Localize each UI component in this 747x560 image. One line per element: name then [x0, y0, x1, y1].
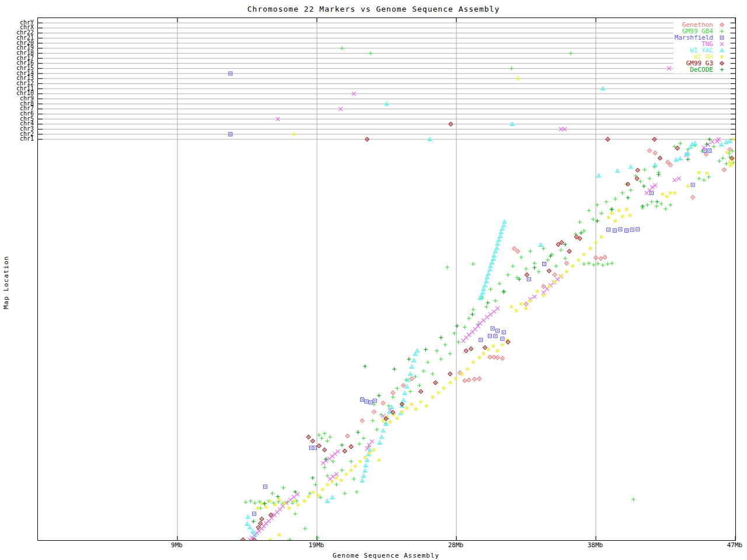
marker-star	[312, 490, 316, 494]
legend-star-icon	[715, 54, 728, 60]
marker-plus	[470, 313, 474, 317]
marker-plus	[613, 197, 617, 201]
marker-triangle	[251, 530, 255, 533]
marker-plus	[532, 261, 536, 265]
marker-triangle	[402, 398, 406, 402]
marker-star	[282, 502, 286, 506]
marker-plus	[546, 258, 550, 262]
marker-plus	[626, 196, 630, 200]
marker-triangle	[629, 165, 633, 169]
marker-triangle	[360, 479, 364, 482]
marker-plus	[610, 261, 614, 265]
marker-star	[277, 533, 281, 537]
marker-triangle	[483, 284, 487, 287]
marker-plus	[488, 287, 493, 291]
marker-plus	[668, 203, 672, 207]
marker-plus	[455, 324, 459, 328]
marker-star	[516, 76, 520, 80]
chart-legend: GenethonGM99 GB4MarshfieldTNGWI YACWI RH…	[673, 21, 729, 74]
marker-triangle	[693, 141, 697, 145]
marker-plus	[379, 413, 383, 417]
marker-plus	[407, 357, 411, 361]
marker-star	[477, 356, 481, 360]
marker-triangle	[381, 429, 385, 432]
marker-plus	[717, 159, 721, 163]
marker-diamond	[560, 240, 564, 244]
marker-triangle	[488, 268, 492, 271]
marker-cross	[467, 333, 471, 337]
marker-triangle	[490, 261, 494, 264]
marker-star	[505, 338, 509, 342]
marker-diamond	[691, 195, 695, 200]
marker-star	[613, 219, 617, 223]
marker-star	[326, 482, 330, 487]
marker-plus	[281, 486, 285, 490]
scatter-canvas	[38, 18, 735, 540]
marker-star	[487, 348, 491, 352]
marker-plus	[392, 367, 396, 371]
marker-star	[471, 360, 475, 365]
marker-plus	[563, 257, 567, 261]
marker-cross	[495, 306, 500, 310]
marker-star	[481, 352, 486, 356]
marker-triangle	[246, 515, 250, 519]
marker-plus	[591, 218, 595, 222]
plot-area	[37, 18, 736, 541]
marker-diamond	[256, 526, 260, 530]
marker-triangle	[378, 440, 382, 444]
marker-plus	[629, 188, 633, 192]
marker-plus	[395, 386, 399, 390]
marker-plus	[323, 466, 327, 470]
marker-diamond	[381, 401, 385, 405]
marker-star	[448, 381, 452, 385]
marker-star	[287, 506, 291, 510]
legend-diamond-icon	[715, 60, 728, 66]
marker-star	[577, 258, 581, 262]
marker-plus	[532, 265, 536, 270]
marker-plus	[249, 499, 253, 503]
marker-star	[519, 302, 523, 306]
marker-plus	[631, 498, 636, 502]
marker-star	[395, 416, 399, 421]
marker-plus	[471, 307, 475, 312]
marker-star	[661, 192, 665, 196]
marker-plus	[506, 273, 510, 277]
marker-diamond	[648, 149, 652, 153]
marker-diamond	[547, 269, 551, 273]
marker-plus	[601, 263, 605, 267]
marker-plus	[443, 343, 447, 347]
marker-plus	[310, 476, 315, 480]
marker-triangle	[653, 163, 657, 166]
marker-square	[361, 398, 364, 401]
marker-plus	[252, 519, 256, 523]
marker-diamond	[463, 379, 467, 383]
marker-plus	[316, 536, 320, 540]
marker-plus	[294, 512, 298, 516]
x-tick-label-19Mb: 19Mb	[309, 541, 324, 549]
marker-plus	[605, 200, 609, 204]
marker-cross	[532, 295, 536, 299]
marker-diamond	[542, 285, 546, 289]
marker-square	[494, 334, 497, 338]
marker-diamond	[402, 384, 406, 388]
marker-diamond	[516, 249, 520, 253]
marker-plus	[391, 395, 395, 399]
x-axis-title: Genome Sequence Assembly	[37, 552, 735, 559]
marker-star	[509, 305, 514, 309]
marker-star	[610, 211, 614, 215]
marker-cross	[381, 414, 385, 418]
marker-plus	[569, 51, 573, 55]
marker-star	[553, 279, 557, 284]
marker-star	[547, 285, 551, 289]
marker-cross	[288, 498, 292, 502]
marker-star	[665, 195, 669, 199]
marker-cross	[295, 492, 299, 496]
marker-plus	[606, 262, 610, 266]
marker-diamond	[434, 381, 438, 385]
x-tick-label-9Mb: 9Mb	[171, 541, 183, 549]
marker-plus	[340, 46, 344, 50]
marker-plus	[417, 384, 421, 388]
marker-triangle	[380, 435, 384, 439]
marker-square	[479, 338, 483, 342]
marker-diamond	[658, 156, 662, 160]
